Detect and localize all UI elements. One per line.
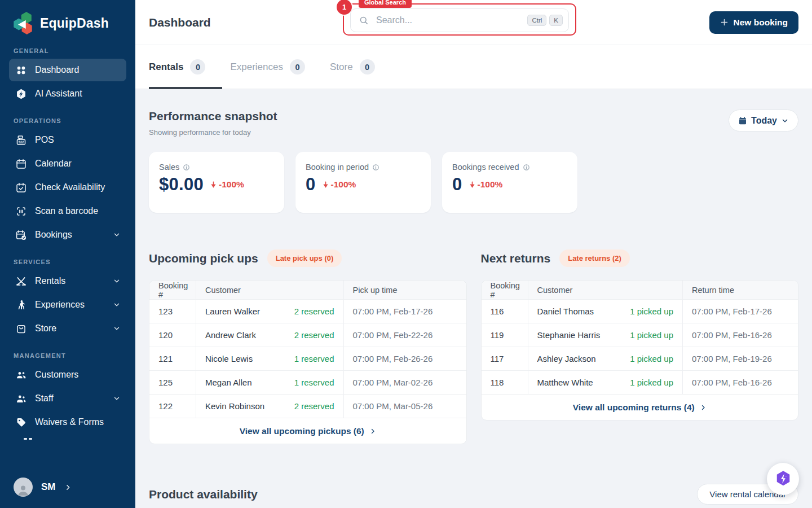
- top-bar: Dashboard 1 Global Search Ctrl K: [135, 0, 812, 45]
- customer-cell: Matthew White 1 picked up: [528, 371, 683, 394]
- sidebar-item-pos[interactable]: POS: [9, 129, 126, 151]
- pickups-table: Booking # Customer Pick up time 123 Laur…: [149, 280, 467, 444]
- tab-bar: Rentals 0 Experiences 0 Store 0: [135, 45, 812, 89]
- global-search-box[interactable]: Ctrl K: [350, 8, 569, 32]
- partially-visible-nav-icon: [24, 438, 126, 440]
- annotation-step-badge: 1: [337, 0, 352, 15]
- equipdash-logo-icon: [11, 11, 35, 35]
- ai-assistant-fab[interactable]: [767, 463, 799, 495]
- chevron-down-icon: [113, 301, 121, 309]
- customer-name: Megan Allen: [205, 378, 252, 387]
- info-icon: [523, 164, 530, 171]
- sidebar-item-dashboard[interactable]: Dashboard: [9, 59, 126, 81]
- sidebar-item-waivers-forms[interactable]: Waivers & Forms: [9, 411, 126, 433]
- return-time: 07:00 PM, Feb-16-26: [682, 323, 798, 347]
- booking-id: 117: [482, 347, 528, 370]
- booking-id: 120: [149, 323, 196, 347]
- table-row[interactable]: 117 Ashley Jackson 1 picked up 07:00 PM,…: [482, 347, 798, 371]
- customer-cell: Kevin Robinson 2 reserved: [196, 395, 343, 418]
- next-returns-section: Next returns Late returns (2) Booking # …: [481, 249, 799, 444]
- user-menu[interactable]: SM: [14, 478, 72, 497]
- main-area: Dashboard 1 Global Search Ctrl K: [135, 0, 812, 508]
- booking-id: 121: [149, 347, 196, 370]
- tab-count-badge: 0: [290, 59, 305, 75]
- sidebar-item-bookings[interactable]: Bookings: [9, 224, 126, 246]
- column-pickup-time: Pick up time: [343, 281, 466, 299]
- table-row[interactable]: 116 Daniel Thomas 1 picked up 07:00 PM, …: [482, 300, 798, 323]
- view-all-pickups-label: View all upcoming pickups (6): [240, 426, 364, 436]
- new-booking-button[interactable]: New booking: [709, 11, 798, 34]
- table-row[interactable]: 123 Lauren Walker 2 reserved 07:00 PM, F…: [149, 300, 466, 323]
- period-selector-button[interactable]: Today: [729, 110, 798, 132]
- nav-section-services: SERVICES: [14, 259, 122, 265]
- customer-cell: Ashley Jackson 1 picked up: [528, 347, 683, 370]
- stat-delta: -100%: [321, 179, 356, 190]
- pickups-title: Upcoming pick ups: [149, 252, 258, 265]
- chevron-down-icon: [113, 231, 121, 239]
- customer-name: Kevin Robinson: [205, 401, 264, 411]
- table-row[interactable]: 118 Matthew White 1 picked up 07:00 PM, …: [482, 371, 798, 395]
- tab-label: Rentals: [149, 62, 183, 73]
- customer-name: Ashley Jackson: [537, 354, 596, 364]
- stat-delta-value: -100%: [219, 179, 244, 190]
- sidebar-item-label: Dashboard: [35, 65, 79, 75]
- view-all-returns-link[interactable]: View all upcoming returns (4): [482, 395, 798, 420]
- tab-rentals[interactable]: Rentals 0: [149, 45, 205, 89]
- performance-header: Performance snapshot Showing performance…: [149, 89, 798, 137]
- sidebar-item-label: POS: [35, 135, 54, 145]
- calendar-icon: [738, 116, 747, 125]
- barcode-scan-icon: [15, 205, 27, 217]
- sidebar-item-staff[interactable]: Staff: [9, 387, 126, 410]
- chevron-down-icon: [113, 277, 121, 285]
- stat-delta-value: -100%: [331, 179, 356, 190]
- stat-value: 0: [306, 174, 316, 195]
- brand-logo[interactable]: EquipDash: [0, 0, 135, 35]
- stat-cards: Sales $0.00 -100% Booking in period: [149, 152, 798, 213]
- chevron-right-icon: [369, 428, 376, 435]
- sidebar-item-customers[interactable]: Customers: [9, 364, 126, 386]
- nav-section-general: GENERAL: [14, 47, 122, 54]
- booking-id: 119: [482, 323, 528, 347]
- dashboard-content: Performance snapshot Showing performance…: [135, 89, 812, 508]
- chevron-right-icon: [700, 404, 707, 411]
- keyboard-shortcut: Ctrl K: [527, 15, 563, 26]
- tab-experiences[interactable]: Experiences 0: [230, 45, 305, 89]
- sidebar-item-rentals[interactable]: Rentals: [9, 270, 126, 292]
- stat-delta: -100%: [468, 179, 503, 190]
- info-icon: [372, 164, 379, 171]
- view-all-pickups-link[interactable]: View all upcoming pickups (6): [149, 418, 466, 444]
- availability-title: Product availability: [149, 488, 258, 501]
- sidebar-item-label: Waivers & Forms: [35, 417, 104, 427]
- calendar-check-icon: [15, 181, 27, 194]
- sidebar-item-experiences[interactable]: Experiences: [9, 294, 126, 316]
- view-all-returns-label: View all upcoming returns (4): [573, 402, 695, 413]
- stat-label: Booking in period: [306, 163, 369, 172]
- booking-id: 116: [482, 300, 528, 323]
- tables-section: Upcoming pick ups Late pick ups (0) Book…: [149, 249, 798, 444]
- sidebar-item-calendar[interactable]: Calendar: [9, 152, 126, 175]
- table-row[interactable]: 121 Nicole Lewis 1 reserved 07:00 PM, Fe…: [149, 347, 466, 371]
- table-row[interactable]: 119 Stephanie Harris 1 picked up 07:00 P…: [482, 323, 798, 347]
- reserved-status: 2 reserved: [294, 306, 334, 316]
- tab-store[interactable]: Store 0: [330, 45, 375, 89]
- search-icon: [359, 15, 369, 25]
- sidebar-item-ai-assistant[interactable]: AI Assistant: [9, 82, 126, 105]
- upcoming-pickups-section: Upcoming pick ups Late pick ups (0) Book…: [149, 249, 467, 444]
- pickup-time: 07:00 PM, Feb-22-26: [343, 323, 466, 347]
- sidebar-nav: GENERAL Dashboard AI Assistant OPERATION…: [0, 47, 135, 440]
- stat-delta-value: -100%: [478, 179, 503, 190]
- table-row[interactable]: 122 Kevin Robinson 2 reserved 07:00 PM, …: [149, 395, 466, 418]
- table-row[interactable]: 120 Andrew Clark 2 reserved 07:00 PM, Fe…: [149, 323, 466, 347]
- customer-name: Stephanie Harris: [537, 330, 601, 340]
- customer-name: Daniel Thomas: [537, 306, 594, 316]
- picked-up-status: 1 picked up: [630, 378, 673, 387]
- ai-shield-bolt-icon: [15, 87, 27, 100]
- picked-up-status: 1 picked up: [630, 330, 673, 340]
- sidebar-item-scan-barcode[interactable]: Scan a barcode: [9, 200, 126, 222]
- search-input[interactable]: [375, 15, 527, 26]
- user-initials: SM: [41, 481, 56, 493]
- late-returns-badge: Late returns (2): [559, 249, 630, 267]
- table-row[interactable]: 125 Megan Allen 1 reserved 07:00 PM, Mar…: [149, 371, 466, 395]
- sidebar-item-store[interactable]: Store: [9, 317, 126, 340]
- sidebar-item-check-availability[interactable]: Check Availability: [9, 176, 126, 199]
